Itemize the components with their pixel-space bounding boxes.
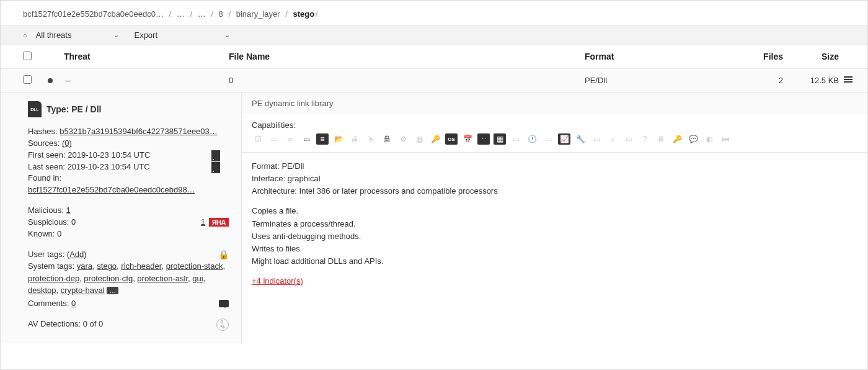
behavior-line: Uses anti-debugging methods. — [252, 230, 857, 243]
cap-icon[interactable]: 🖶 — [381, 133, 393, 145]
cap-icon[interactable]: 🛏 — [719, 133, 732, 145]
suspicious-value: Suspicious: 0 — [28, 217, 76, 228]
breadcrumb-p4[interactable]: binary_layer — [236, 9, 280, 19]
interface-line: Interface: graphical — [252, 173, 857, 185]
breadcrumb-p3[interactable]: 8 — [219, 9, 223, 19]
more-indicators-link[interactable]: +4 indicator(s) — [252, 276, 303, 286]
lock-icon[interactable]: 🔒 — [218, 250, 229, 259]
cap-icon[interactable]: ▭ — [300, 133, 312, 145]
capabilities-label: Capabilities: — [252, 120, 857, 130]
cap-icon[interactable]: ♪ — [606, 133, 619, 145]
detail-panel: DLL Type: PE / Dll Hashes: b5321b7a31915… — [1, 92, 867, 343]
chevron-down-icon: ⌄ — [224, 31, 230, 39]
comments-link[interactable]: 0 — [71, 299, 76, 308]
cap-icon[interactable]: ▭ — [590, 133, 603, 145]
col-files[interactable]: Files — [746, 52, 783, 62]
tag-protection-dep[interactable]: protection-dep — [28, 274, 79, 283]
tag-protection-cfg[interactable]: protection-cfg — [84, 274, 133, 283]
file-description: PE dynamic link library — [242, 92, 867, 114]
tag-rich-header[interactable]: rich-header — [121, 261, 161, 271]
cap-icon[interactable]: ? — [639, 133, 651, 145]
tag-protection-aslr[interactable]: protection-aslr — [137, 274, 188, 283]
yara-count[interactable]: 1 — [201, 217, 205, 227]
left-panel: DLL Type: PE / Dll Hashes: b5321b7a31915… — [1, 92, 241, 343]
all-threats-dropdown[interactable]: All threats ⌄ — [23, 30, 119, 40]
cap-icon[interactable]: 📂 — [332, 133, 345, 145]
cap-icon[interactable]: ⚙ — [397, 133, 409, 145]
col-size[interactable]: Size — [783, 52, 839, 62]
hashes-link[interactable]: b5321b7a31915394bf6c422738571eee03… — [60, 127, 217, 136]
all-threats-label: All threats — [36, 30, 72, 40]
cap-icon[interactable]: ▭ — [622, 133, 635, 145]
cap-icon[interactable]: 📅 — [461, 133, 474, 145]
filename-value: 0 — [229, 76, 585, 85]
files-value: 2 — [746, 76, 783, 85]
last-seen-value: 2019-10-23 10:54 UTC — [68, 162, 150, 171]
col-format[interactable]: Format — [585, 52, 746, 62]
server-icon[interactable] — [211, 150, 220, 161]
cap-icon[interactable]: 🔑 — [429, 133, 441, 145]
row-checkbox[interactable] — [23, 75, 32, 84]
add-tag-link[interactable]: Add — [69, 250, 84, 259]
cap-icon[interactable]: 🖨 — [348, 133, 361, 145]
breadcrumb-p1[interactable]: … — [177, 9, 185, 19]
tag-desktop[interactable]: desktop — [28, 286, 56, 295]
tag-crypto-haval[interactable]: crypto-haval — [61, 286, 105, 295]
export-label: Export — [134, 30, 157, 40]
detection-ring-icon: 0% — [216, 318, 229, 331]
breadcrumb: bcf1527fc01e2e552bd7cba0e0eedc0… / … / …… — [1, 1, 867, 25]
more-tags-button[interactable]: … — [107, 287, 118, 294]
behavior-line: Copies a file. — [252, 205, 857, 217]
tag-stego[interactable]: stego — [97, 261, 117, 271]
cap-icon[interactable]: ▭ — [510, 133, 522, 145]
behavior-line: Writes to files. — [252, 243, 857, 255]
size-value: 12.5 KB — [783, 76, 839, 85]
cap-icon[interactable]: ☑ — [252, 133, 264, 145]
cap-icon[interactable]: 🖱 — [365, 133, 377, 145]
cap-icon[interactable]: 🔧 — [574, 133, 587, 145]
behavior-line: Might load additional DLLs and APIs. — [252, 255, 857, 268]
cap-icon[interactable]: ▦ — [413, 133, 425, 145]
col-threat[interactable]: Threat — [42, 52, 229, 62]
right-panel: PE dynamic link library Capabilities: ☑ … — [241, 92, 867, 343]
malicious-link[interactable]: 1 — [66, 205, 70, 215]
cap-icon[interactable]: ≡ — [316, 133, 329, 145]
found-in-link[interactable]: bcf1527fc01e2e552bd7cba0e0eedc0cebd98… — [28, 185, 195, 194]
format-line: Format: PE/Dll — [252, 160, 857, 173]
tag-yara[interactable]: yara — [77, 261, 92, 271]
cap-icon[interactable]: 📈 — [558, 133, 570, 145]
cap-icon[interactable]: ▦ — [494, 133, 506, 145]
cap-icon[interactable]: 🔑 — [671, 133, 683, 145]
table-header: Threat File Name Format Files Size — [1, 45, 867, 69]
breadcrumb-hash[interactable]: bcf1527fc01e2e552bd7cba0e0eedc0… — [23, 9, 164, 19]
capability-icons: ☑ ▭ ∞ ▭ ≡ 📂 🖨 🖱 🖶 ⚙ ▦ 🔑 OS 📅 ⋯ ▦ ▭ — [252, 133, 857, 145]
table-row[interactable]: -- 0 PE/Dll 2 12.5 KB — [1, 69, 867, 92]
toolbar: All threats ⌄ Export ⌄ — [1, 25, 867, 45]
yara-badge[interactable]: ЯНА — [209, 218, 229, 227]
threats-icon — [23, 30, 31, 40]
cap-icon[interactable]: ▭ — [542, 133, 554, 145]
cap-icon[interactable]: 💬 — [687, 133, 699, 145]
row-menu-icon[interactable] — [844, 75, 852, 84]
tag-gui[interactable]: gui — [192, 274, 203, 283]
col-filename[interactable]: File Name — [229, 52, 585, 62]
comment-icon[interactable] — [219, 300, 229, 307]
cap-icon[interactable]: OS — [445, 133, 458, 145]
av-detections: AV Detections: 0 of 0 — [28, 318, 103, 330]
cap-icon[interactable]: ◐ — [703, 133, 715, 145]
known-value: Known: 0 — [28, 228, 229, 240]
threat-value: -- — [65, 76, 71, 85]
tag-protection-stack[interactable]: protection-stack — [166, 261, 223, 271]
breadcrumb-p2[interactable]: … — [198, 9, 206, 19]
export-dropdown[interactable]: Export ⌄ — [134, 30, 230, 40]
cap-icon[interactable]: ▭ — [268, 133, 280, 145]
dll-file-icon: DLL — [28, 101, 42, 117]
cap-icon[interactable]: ⋯ — [477, 133, 490, 145]
cap-icon[interactable]: 🕐 — [526, 133, 538, 145]
chevron-down-icon: ⌄ — [113, 31, 119, 39]
cap-icon[interactable]: 🖥 — [655, 133, 667, 145]
cap-icon[interactable]: ∞ — [284, 133, 296, 145]
sources-link[interactable]: (0) — [62, 138, 72, 148]
server-icon[interactable] — [211, 162, 220, 173]
select-all-checkbox[interactable] — [23, 52, 32, 60]
